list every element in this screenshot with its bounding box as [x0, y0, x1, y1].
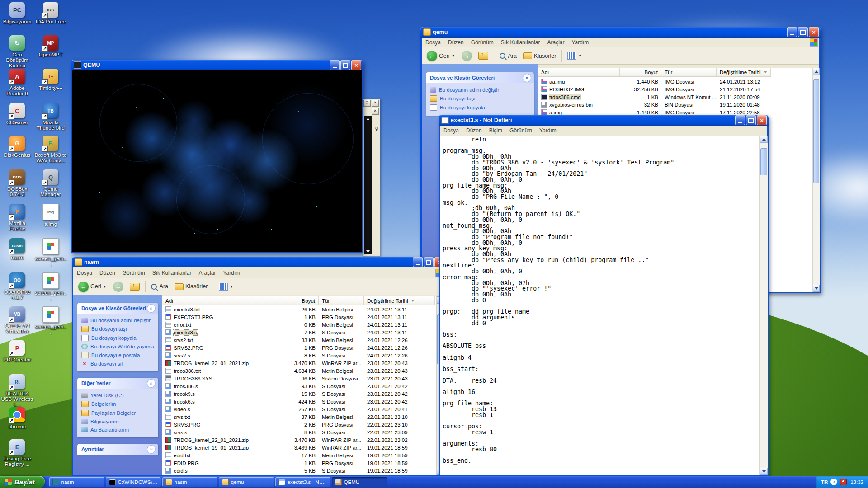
desktop-icon-eusing-free-registry-[interactable]: E↗Eusing Free Registry ...: [1, 439, 33, 467]
desktop-icon-ida-pro-free[interactable]: IDA↗IDA Pro Free: [34, 2, 67, 24]
chevron-up-icon[interactable]: «: [523, 74, 531, 82]
close-icon[interactable]: ×: [372, 108, 379, 115]
sidebar-box-header[interactable]: Dosya ve Klasör Görevleri«: [426, 72, 534, 83]
hide-icons-chevron-icon[interactable]: ‹: [830, 479, 837, 485]
desktop-icon-diskgenius[interactable]: G↗DiskGenius: [1, 136, 33, 158]
views-button[interactable]: ▼: [565, 51, 584, 61]
file-row[interactable]: SRVS.PRG2 KBPRG Dosyası22.01.2021 23:10: [162, 421, 435, 428]
file-row[interactable]: edid.txt17 KBMetin Belgesi19.01.2021 18:…: [162, 451, 435, 459]
security-tray-icon[interactable]: [840, 479, 847, 485]
search-button[interactable]: Ara: [149, 282, 170, 291]
menu-item-düzen[interactable]: Düzen: [96, 267, 119, 278]
background-window-sliver[interactable]: □× × g: [363, 99, 380, 257]
maximize-button[interactable]: [424, 257, 434, 267]
taskbar-button-nasm[interactable]: nasm: [49, 477, 104, 487]
column-header-değiştirilme tarihi[interactable]: Değiştirilme Tarihi: [364, 296, 435, 305]
taskbar-clock[interactable]: 13:32: [850, 479, 863, 485]
sidebar-task-docs[interactable]: Belgelerim: [81, 399, 156, 408]
menu-item-yardım[interactable]: Yardım: [568, 38, 592, 47]
file-row[interactable]: aa.img1.440 KBIMG Dosyası24.01.2021 13:1…: [538, 78, 771, 85]
file-row[interactable]: EDID.PRG1 KBPRG Dosyası19.01.2021 18:59: [162, 459, 435, 467]
close-icon[interactable]: ×: [757, 115, 767, 125]
desktop-icon-timidity-[interactable]: T+↗Timidity++: [34, 69, 67, 91]
qemu-explorer-vertical-scrollbar[interactable]: [812, 68, 820, 292]
file-row[interactable]: TRDOS_kernel_19_01_2021.zip3.469 KBWinRA…: [162, 444, 435, 451]
desktop-icon-chrome[interactable]: ↗chrome: [1, 407, 33, 429]
menu-item-biçim[interactable]: Biçim: [486, 126, 506, 136]
menu-item-yardım[interactable]: Yardım: [536, 126, 560, 136]
taskbar-button-exectst3-s-not-defteri[interactable]: exectst3.s - Not Defteri: [275, 477, 330, 487]
sidebar-task-delete[interactable]: ×Bu dosyayı sil: [81, 360, 156, 368]
sidebar-box-header[interactable]: Ayrıntılar«: [77, 444, 158, 455]
start-button[interactable]: Başlat: [0, 476, 45, 488]
column-header-adı[interactable]: Adı: [538, 68, 620, 76]
desktop-icon-boxoft-mp3-to-wav-conv-[interactable]: B↗Boxoft Mp3 to WAV Conv...: [34, 136, 67, 163]
scroll-down-arrow[interactable]: [760, 468, 768, 475]
forward-button[interactable]: →: [111, 281, 126, 293]
sidebar-task-move[interactable]: Bu dosyayı taşı: [81, 324, 156, 333]
minimize-button[interactable]: [413, 257, 423, 267]
menu-item-görünüm[interactable]: Görünüm: [467, 38, 497, 47]
menu-item-yardım[interactable]: Yardım: [219, 267, 244, 278]
sidebar-box-header[interactable]: Diğer Yerler«: [77, 378, 158, 389]
scroll-up-arrow[interactable]: [813, 68, 820, 75]
menu-item-düzen[interactable]: Düzen: [462, 126, 486, 136]
scrollbar-thumb[interactable]: [813, 79, 819, 183]
file-row[interactable]: exectst3.txt26 KBMetin Belgesi24.01.2021…: [162, 305, 435, 313]
file-row[interactable]: trdos386.txt4.634 KBMetin Belgesi23.01.2…: [162, 367, 435, 375]
file-row[interactable]: SRVS2.PRG1 KBPRG Dosyası24.01.2021 12:26: [162, 344, 435, 352]
desktop-icon-openoffice-4-1-7[interactable]: OO↗OpenOffice 4.1.7: [1, 272, 33, 300]
menu-item-sık kullanılanlar[interactable]: Sık Kullanılanlar: [497, 38, 544, 47]
chevron-down-icon[interactable]: «: [147, 445, 156, 454]
menu-item-dosya[interactable]: Dosya: [440, 126, 462, 136]
file-row[interactable]: trdos386.cmd1 KBWindows NT Komut ...21.1…: [538, 93, 771, 101]
desktop-icon-adobe-reader-9[interactable]: A↗Adobe Reader 9: [1, 69, 33, 96]
desktop-icon-oracle-vm-virtualbox[interactable]: VB↗Oracle VM VirtualBox: [1, 306, 33, 334]
sidebar-task-move[interactable]: Bu dosyayı taşı: [430, 94, 532, 103]
sidebar-task-rename[interactable]: Bu dosyanın adını değiştir: [430, 86, 532, 94]
sidebar-task-shared[interactable]: Paylaşılan Belgeler: [81, 408, 156, 418]
file-row[interactable]: video.s257 KBS Dosyası23.01.2021 20:41: [162, 405, 435, 413]
file-row[interactable]: TRDOS_kernel_23_01_2021.zip3.470 KBWinRA…: [162, 359, 435, 367]
desktop-icon-nasm[interactable]: nasm↗nasm: [1, 238, 33, 260]
sidebar-task-rename[interactable]: Bu dosyanın adını değiştir: [81, 316, 156, 324]
desktop-icon-pdfcreator[interactable]: P↗PDFCreator: [1, 340, 33, 362]
desktop-icon-openmpt[interactable]: MP↗OpenMPT: [34, 35, 67, 57]
file-row[interactable]: srvs.txt37 KBMetin Belgesi22.01.2021 23:…: [162, 413, 435, 421]
desktop-icon-dosbox-0-74-3[interactable]: DOS↗DOSBox 0.74-3: [1, 169, 33, 197]
file-row[interactable]: TRDOS386.SYS96 KBSistem Dosyası23.01.202…: [162, 375, 435, 382]
file-row[interactable]: error.txt0 KBMetin Belgesi24.01.2021 13:…: [162, 321, 435, 328]
minimize-button[interactable]: [735, 115, 745, 125]
qemu-explorer-titlebar[interactable]: qemu ×: [420, 27, 821, 38]
file-row[interactable]: TRDOS_kernel_22_01_2021.zip3.470 KBWinRA…: [162, 436, 435, 444]
desktop-icon-a-img[interactable]: imga.img: [34, 204, 67, 227]
menu-item-sık kullanılanlar[interactable]: Sık Kullanılanlar: [149, 267, 195, 278]
minimize-button[interactable]: [330, 60, 340, 70]
taskbar-button-qemu[interactable]: QEMU: [332, 477, 387, 487]
sidebar-box-header[interactable]: Dosya ve Klasör Görevleri«: [77, 303, 158, 314]
column-header-boyut[interactable]: Boyut: [251, 296, 319, 305]
desktop-icon-geri-d-n-m-kutusu[interactable]: ↻Geri Dönüşüm Kutusu: [1, 35, 33, 68]
file-row[interactable]: srvs2.txt33 KBMetin Belgesi24.01.2021 12…: [162, 336, 435, 344]
menu-item-görünüm[interactable]: Görünüm: [506, 126, 536, 136]
desktop-icon-screen-gem-[interactable]: screen_gem...: [34, 306, 67, 335]
sidebar-task-disk[interactable]: Yerel Disk (C:): [81, 391, 156, 399]
menu-item-düzen[interactable]: Düzen: [444, 38, 467, 47]
file-row[interactable]: EXECTST3.PRG1 KBPRG Dosyası24.01.2021 13…: [162, 313, 435, 321]
minimize-button[interactable]: [787, 27, 797, 37]
maximize-button[interactable]: [746, 115, 756, 125]
search-button[interactable]: Ara: [497, 52, 519, 60]
sidebar-task-web[interactable]: Bu dosyayı Web'de yayımla: [81, 343, 156, 351]
chevron-up-icon[interactable]: «: [147, 304, 156, 313]
column-header-adı[interactable]: Adı: [162, 296, 251, 305]
sidebar-task-copy[interactable]: Bu dosyayı kopyala: [81, 333, 156, 343]
nasm-explorer-titlebar[interactable]: nasm ×: [72, 257, 446, 267]
sidebar-task-copy[interactable]: Bu dosyayı kopyala: [430, 103, 532, 112]
maximize-button[interactable]: □: [363, 100, 371, 107]
taskbar-button-nasm[interactable]: nasm: [162, 477, 217, 487]
menu-item-araçlar[interactable]: Araçlar: [195, 267, 219, 278]
file-row[interactable]: srvs.s8 KBS Dosyası22.01.2021 23:09: [162, 428, 435, 436]
column-header-boyut[interactable]: Boyut: [620, 68, 661, 76]
menu-item-görünüm[interactable]: Görünüm: [119, 267, 149, 278]
column-header-değiştirilme tarihi[interactable]: Değiştirilme Tarihi: [717, 68, 771, 76]
